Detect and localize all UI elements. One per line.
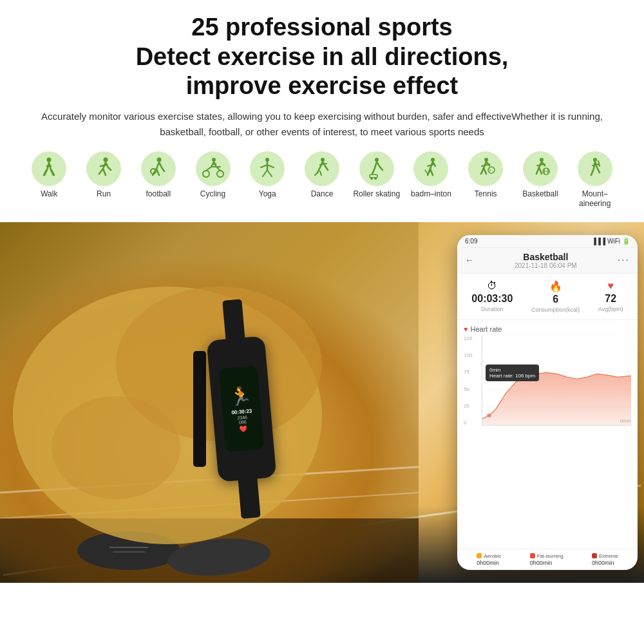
heart-icon: ♥ (607, 280, 614, 292)
y-label-50: 50 (464, 386, 480, 392)
band-strap-top (222, 299, 245, 342)
sport-item-walk: Walk (26, 151, 73, 200)
svg-point-11 (217, 171, 223, 177)
yoga-label: Yoga (259, 189, 276, 200)
extreme-label: Extreme (599, 553, 618, 559)
mountaineering-label: Mount–aineering (571, 189, 618, 209)
wifi-icon: WiFi (607, 238, 620, 245)
svg-point-57 (487, 413, 491, 417)
svg-point-6 (156, 157, 161, 162)
svg-point-10 (203, 171, 209, 177)
sport-item-dance: Dance (299, 151, 346, 200)
phone-time: 6:09 (465, 238, 477, 245)
activity-date: 2021-11-18 06:04 PM (515, 262, 577, 269)
phone-status-icons: ▐▐▐ WiFi 🔋 (592, 238, 630, 245)
main-title: 25 professional sports Detect exercise i… (26, 13, 618, 101)
sport-item-yoga: Yoga (244, 151, 291, 200)
band-heart-rate-display: 096 (239, 420, 247, 425)
dance-icon (305, 151, 339, 186)
heartrate-value: 72 (605, 293, 616, 305)
description: Accurately monitor various exercise stat… (26, 109, 618, 140)
calories-label: Consumption(kcal) (531, 307, 580, 313)
battery-icon: 🔋 (622, 238, 630, 245)
fat-burning-time: 0h00min (530, 560, 553, 566)
more-options-button[interactable]: ··· (618, 254, 630, 266)
svg-point-3 (104, 157, 108, 162)
svg-line-7 (156, 169, 159, 175)
zone-fat-burning: Fat-burning 0h00min (530, 553, 564, 566)
chart-tooltip: 0min Heart rate: 106 bpm (486, 365, 539, 381)
bottom-section: 🏃 00:30:23 2346 096 ❤️ 6:09 ▐▐▐ WiFi 🔋 ←… (0, 222, 644, 583)
svg-line-17 (320, 171, 321, 175)
sport-item-football: football (135, 151, 182, 200)
svg-line-5 (100, 165, 107, 166)
phone-stats-row: ⏱ 00:03:30 Duration 🔥 6 Consumption(kcal… (457, 274, 638, 320)
svg-line-34 (539, 167, 542, 174)
svg-line-4 (103, 169, 106, 175)
mountaineering-icon (578, 151, 612, 186)
cycling-icon (196, 151, 231, 186)
sport-item-basketball: Basketball (517, 151, 564, 200)
phone-mockup: 6:09 ▐▐▐ WiFi 🔋 ← Basketball 2021-11-18 … (457, 235, 638, 570)
band-runner-icon: 🏃 (228, 384, 252, 407)
y-label-0: 0 (464, 420, 480, 426)
svg-point-20 (370, 177, 373, 180)
dance-label: Dance (311, 189, 334, 200)
cycling-label: Cycling (200, 189, 225, 200)
svg-point-50 (52, 396, 180, 499)
walk-label: Walk (41, 189, 57, 200)
svg-point-21 (374, 177, 377, 180)
phone-activity-header: ← Basketball 2021-11-18 06:04 PM ··· (457, 248, 638, 274)
zone-row: Aerobic 0h00min Fat-burning 0h00min Extr… (464, 553, 631, 566)
basketball-icon (523, 151, 558, 186)
fat-burning-label: Fat-burning (537, 553, 564, 559)
chart-y-axis: 125 100 75 50 25 0 (464, 336, 480, 426)
sports-icons-row: Walk Run (26, 151, 618, 209)
smart-band: 🏃 00:30:23 2346 096 ❤️ (207, 336, 277, 482)
sport-item-roller-skating: Roller skating (353, 151, 400, 200)
sport-item-tennis: Tennis (462, 151, 509, 200)
yoga-icon (250, 151, 285, 186)
heart-rate-chart: 125 100 75 50 25 0 (464, 336, 631, 439)
run-icon (86, 151, 121, 186)
wrist-area (0, 222, 419, 583)
sport-item-run: Run (80, 151, 128, 200)
chart-x-label: 0min (620, 418, 631, 424)
svg-line-38 (592, 164, 598, 166)
band-strap-bottom (238, 475, 261, 518)
walk-icon (32, 151, 66, 186)
sport-item-mountaineering: Mount–aineering (571, 151, 618, 209)
tennis-icon (468, 151, 503, 186)
calories-icon: 🔥 (549, 280, 562, 292)
back-button[interactable]: ← (465, 255, 474, 265)
tennis-label: Tennis (475, 189, 497, 200)
top-section: 25 professional sports Detect exercise i… (0, 0, 644, 222)
roller-skating-icon (359, 151, 394, 186)
activity-title: Basketball (515, 252, 577, 262)
chart-plot: 0min Heart rate: 106 bpm 0min (482, 336, 631, 426)
duration-value: 00:03:30 (471, 293, 513, 305)
football-label: football (146, 189, 171, 200)
duration-icon: ⏱ (487, 280, 497, 292)
duration-label: Duration (481, 306, 503, 312)
aerobic-dot (477, 553, 482, 558)
svg-line-25 (430, 169, 433, 175)
basketball-label: Basketball (522, 189, 558, 200)
sport-item-badminton: badm–inton (408, 151, 455, 200)
y-label-75: 75 (464, 369, 480, 375)
svg-rect-51 (193, 351, 206, 467)
aerobic-time: 0h00min (477, 560, 499, 566)
phone-chart-area: ♥ Heart rate 125 100 75 50 25 0 (457, 320, 638, 549)
extreme-dot (592, 553, 597, 558)
fat-burning-dot (530, 553, 535, 558)
phone-zones: Aerobic 0h00min Fat-burning 0h00min Extr… (457, 549, 638, 570)
roller-skating-label: Roller skating (353, 189, 400, 200)
zone-extreme: Extreme 0h00min (592, 553, 618, 566)
run-label: Run (97, 189, 111, 200)
zone-aerobic: Aerobic 0h00min (477, 553, 501, 566)
band-heart-icon: ❤️ (239, 426, 247, 433)
y-label-25: 25 (464, 403, 480, 409)
svg-point-30 (488, 167, 495, 173)
sport-item-cycling: Cycling (189, 151, 236, 200)
aerobic-label: Aerobic (484, 553, 501, 559)
